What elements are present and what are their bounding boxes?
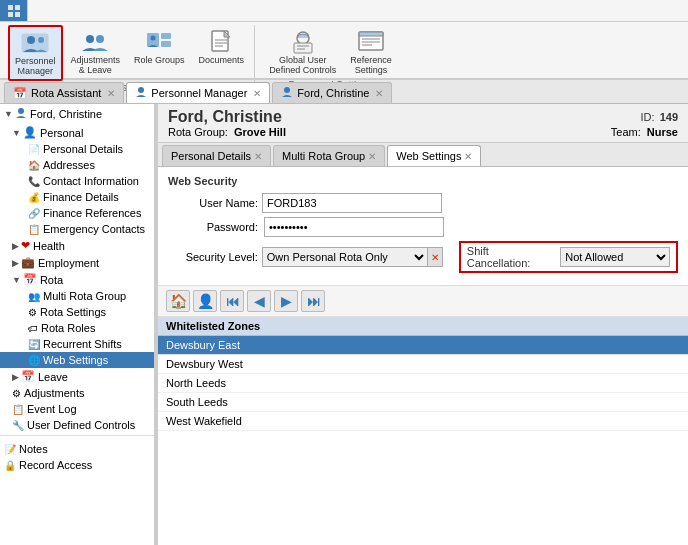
sidebar-item-finance-references[interactable]: 🔗 Finance References <box>0 205 154 221</box>
personal-details-inner-tab-close[interactable]: ✕ <box>254 151 262 162</box>
svg-point-26 <box>138 87 144 93</box>
zone-btn-last[interactable]: ⏭ <box>301 290 325 312</box>
zone-item-dewsbury-west[interactable]: Dewsbury West <box>158 355 688 374</box>
rota-icon: 📅 <box>23 273 37 286</box>
multi-rota-inner-tab-close[interactable]: ✕ <box>368 151 376 162</box>
sidebar-item-contact-info[interactable]: 📞 Contact Information <box>0 173 154 189</box>
tab-ford-christine[interactable]: Ford, Christine ✕ <box>272 82 392 103</box>
person-id-group: ID: 149 <box>641 111 678 123</box>
sidebar-item-finance-details[interactable]: 💰 Finance Details <box>0 189 154 205</box>
sidebar-item-recurrent-shifts[interactable]: 🔄 Recurrent Shifts <box>0 336 154 352</box>
rota-assistant-icon: 📅 <box>13 87 27 100</box>
svg-rect-3 <box>15 12 20 17</box>
zone-item-west-wakefield[interactable]: West Wakefield <box>158 412 688 431</box>
documents-label: Documents <box>199 56 245 66</box>
app-grid-icon[interactable] <box>0 0 28 21</box>
role-groups-button[interactable]: Role Groups <box>128 25 191 81</box>
personnel-manager-button[interactable]: PersonnelManager <box>8 25 63 81</box>
reference-settings-button[interactable]: ReferenceSettings <box>344 25 398 79</box>
svg-point-6 <box>38 37 44 43</box>
person-name: Ford, Christine <box>168 108 282 126</box>
record-access-icon: 🔒 <box>4 460 16 471</box>
zone-list-header: Whitelisted Zones <box>158 317 688 336</box>
svg-rect-0 <box>8 5 13 10</box>
documents-button[interactable]: Documents <box>193 25 251 81</box>
reference-settings-label: ReferenceSettings <box>350 56 392 76</box>
username-input[interactable] <box>262 193 442 213</box>
security-select[interactable]: Own Personal Rota Only <box>262 247 427 267</box>
svg-point-7 <box>86 35 94 43</box>
sidebar-item-emergency-contacts[interactable]: 📋 Emergency Contacts <box>0 221 154 237</box>
sidebar-item-notes[interactable]: 📝 Notes <box>0 441 154 457</box>
expand-rota-icon: ▼ <box>12 275 21 285</box>
sidebar-section-leave[interactable]: ▶ 📅 Leave <box>0 368 154 385</box>
svg-rect-2 <box>8 12 13 17</box>
finance-references-icon: 🔗 <box>28 208 40 219</box>
sidebar-item-multi-rota-group[interactable]: 👥 Multi Rota Group <box>0 288 154 304</box>
zone-btn-first[interactable]: ⏮ <box>220 290 244 312</box>
emergency-contacts-icon: 📋 <box>28 224 40 235</box>
sidebar-item-rota-settings[interactable]: ⚙ Rota Settings <box>0 304 154 320</box>
inner-tab-personal-details[interactable]: Personal Details ✕ <box>162 145 271 166</box>
sidebar-section-health[interactable]: ▶ ❤ Health <box>0 237 154 254</box>
personnel-manager-tab-icon <box>135 86 147 100</box>
ford-christine-tab-close[interactable]: ✕ <box>375 88 383 99</box>
svg-rect-1 <box>15 5 20 10</box>
zone-btn-prev[interactable]: ◀ <box>247 290 271 312</box>
expand-ford-icon: ▼ <box>4 109 13 119</box>
sidebar-item-adjustments[interactable]: ⚙ Adjustments <box>0 385 154 401</box>
ford-christine-tab-icon <box>281 86 293 100</box>
adjustments-leave-button[interactable]: Adjustments& Leave <box>65 25 127 81</box>
contact-info-icon: 📞 <box>28 176 40 187</box>
sidebar-section-personal[interactable]: ▼ 👤 Personal <box>0 124 154 141</box>
sidebar-section-rota[interactable]: ▼ 📅 Rota <box>0 271 154 288</box>
zone-item-dewsbury-east[interactable]: Dewsbury East <box>158 336 688 355</box>
rota-assistant-close[interactable]: ✕ <box>107 88 115 99</box>
zone-list: Dewsbury East Dewsbury West North Leeds … <box>158 336 688 545</box>
sidebar-item-user-defined-controls[interactable]: 🔧 User Defined Controls <box>0 417 154 433</box>
sidebar-item-personal-details[interactable]: 📄 Personal Details <box>0 141 154 157</box>
sidebar-root-ford-christine[interactable]: ▼ Ford, Christine <box>0 104 154 124</box>
global-user-defined-button[interactable]: Global UserDefined Controls <box>263 25 342 79</box>
event-log-icon: 📋 <box>12 404 24 415</box>
security-field-group: Own Personal Rota Only ✕ <box>262 247 443 267</box>
personnel-manager-tab-close[interactable]: ✕ <box>253 88 261 99</box>
zone-btn-user[interactable]: 👤 <box>193 290 217 312</box>
role-groups-label: Role Groups <box>134 56 185 66</box>
zone-item-south-leeds[interactable]: South Leeds <box>158 393 688 412</box>
sidebar-item-event-log[interactable]: 📋 Event Log <box>0 401 154 417</box>
sidebar-section-employment[interactable]: ▶ 💼 Employment <box>0 254 154 271</box>
group-value: Grove Hill <box>234 126 286 138</box>
shift-cancel-label: Shift Cancellation: <box>467 245 555 269</box>
shift-cancel-select[interactable]: Not Allowed <box>560 247 670 267</box>
sidebar-item-record-access[interactable]: 🔒 Record Access <box>0 457 154 473</box>
form-row-security: Security Level: Own Personal Rota Only ✕… <box>168 241 678 273</box>
svg-point-12 <box>151 36 156 41</box>
zone-btn-next[interactable]: ▶ <box>274 290 298 312</box>
personnel-manager-label: PersonnelManager <box>15 57 56 77</box>
inner-tab-web-settings[interactable]: Web Settings ✕ <box>387 145 481 166</box>
tab-personnel-manager[interactable]: Personnel Manager ✕ <box>126 82 270 103</box>
sidebar-item-rota-roles[interactable]: 🏷 Rota Roles <box>0 320 154 336</box>
rota-settings-icon: ⚙ <box>28 307 37 318</box>
expand-personal-icon: ▼ <box>12 128 21 138</box>
personal-details-icon: 📄 <box>28 144 40 155</box>
team-label: Team: <box>611 126 641 138</box>
inner-tab-multi-rota-group[interactable]: Multi Rota Group ✕ <box>273 145 385 166</box>
id-label: ID: <box>641 111 655 123</box>
svg-rect-4 <box>22 34 48 52</box>
zone-item-north-leeds[interactable]: North Leeds <box>158 374 688 393</box>
sidebar-item-web-settings[interactable]: 🌐 Web Settings <box>0 352 154 368</box>
security-clear-button[interactable]: ✕ <box>427 247 443 267</box>
person-group-row: Rota Group: Grove Hill <box>168 126 286 138</box>
ford-christine-person-icon <box>15 107 27 121</box>
zone-btn-home[interactable]: 🏠 <box>166 290 190 312</box>
adjustments-icon: ⚙ <box>12 388 21 399</box>
sidebar-item-addresses[interactable]: 🏠 Addresses <box>0 157 154 173</box>
password-input[interactable] <box>264 217 444 237</box>
team-value: Nurse <box>647 126 678 138</box>
user-defined-controls-icon: 🔧 <box>12 420 24 431</box>
tab-rota-assistant[interactable]: 📅 Rota Assistant ✕ <box>4 82 124 103</box>
security-label: Security Level: <box>168 251 258 263</box>
web-settings-inner-tab-close[interactable]: ✕ <box>464 151 472 162</box>
